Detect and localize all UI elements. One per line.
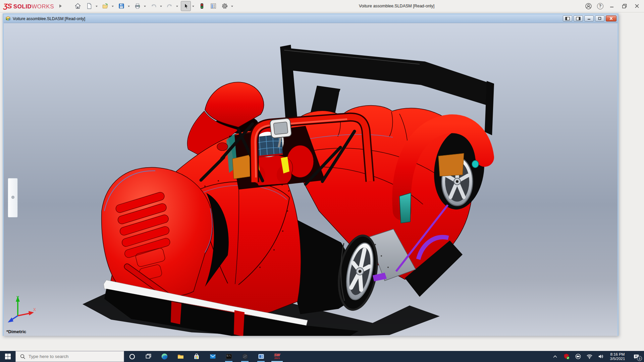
redo-icon: [166, 3, 173, 9]
view-orientation-label: *Dimetric: [6, 329, 26, 334]
display-settings-button[interactable]: [208, 1, 218, 11]
edge-icon: [161, 353, 168, 360]
command-prompt-icon: C:\: [225, 353, 232, 360]
document-titlebar[interactable]: Voiture assomblee.SLDASM [Read-only]: [4, 14, 618, 23]
gear-icon: [221, 3, 228, 9]
close-button[interactable]: [633, 2, 641, 10]
redo-button[interactable]: [165, 1, 175, 11]
doc-restore-button[interactable]: [595, 15, 604, 21]
save-icon: [118, 3, 125, 9]
restore-icon: [622, 3, 628, 9]
open-folder-icon: [102, 3, 109, 9]
clock-time: 8:16 PM: [606, 352, 629, 357]
minimize-icon: [609, 3, 615, 9]
task-view-button[interactable]: [140, 351, 156, 362]
taskbar-app-edge[interactable]: [156, 351, 172, 362]
home-button[interactable]: [73, 1, 83, 11]
search-icon: [20, 354, 26, 360]
taskbar-app-store[interactable]: [189, 351, 205, 362]
terminal-glyph: C:\: [227, 355, 231, 357]
app-window-title: Voiture assomblee.SLDASM [Read-only]: [359, 0, 434, 12]
save-dropdown[interactable]: [126, 1, 131, 11]
orientation-triad: Y X: [6, 295, 37, 327]
rebuild-traffic-light-icon: [199, 3, 205, 9]
window-app-icon: [258, 353, 265, 360]
graphics-viewport[interactable]: Y X *Dimetric: [4, 23, 618, 336]
wifi-icon: [586, 353, 593, 360]
rebuild-button[interactable]: [197, 1, 207, 11]
user-account-icon: [585, 3, 592, 10]
doc-minimize-button[interactable]: [584, 15, 594, 21]
file-explorer-icon: [177, 353, 184, 360]
options-button[interactable]: [220, 1, 230, 11]
tray-volume[interactable]: [595, 351, 606, 362]
select-arrow-icon: [182, 3, 189, 9]
show-left-pane-button[interactable]: [563, 15, 572, 21]
select-tool-dropdown[interactable]: [191, 1, 196, 11]
chevron-up-icon: [552, 354, 558, 359]
document-title: Voiture assomblee.SLDASM [Read-only]: [13, 16, 85, 21]
menu-expand-arrow-icon[interactable]: [59, 4, 63, 8]
help-button[interactable]: ?: [597, 3, 603, 9]
sw-shield-check-icon: [564, 353, 570, 360]
minimize-button[interactable]: [608, 2, 616, 10]
new-document-dropdown[interactable]: [94, 1, 99, 11]
tray-expand-button[interactable]: [549, 351, 561, 362]
meet-now-camera-icon: [575, 353, 581, 360]
axis-y-label: Y: [16, 295, 19, 300]
options-dropdown[interactable]: [230, 1, 234, 11]
taskbar-clock[interactable]: 8:16 PM 3/5/2021: [606, 352, 629, 361]
taskbar-search[interactable]: [15, 351, 124, 362]
new-document-button[interactable]: [84, 1, 94, 11]
restore-button[interactable]: [621, 2, 628, 10]
doc-minimize-icon: [587, 16, 591, 20]
taskbar-app-terminal[interactable]: C:\: [221, 351, 237, 362]
pane-left-icon: [565, 16, 570, 21]
tray-solidworks-status[interactable]: [561, 351, 572, 362]
collapsed-panel-tab[interactable]: [8, 178, 18, 218]
windows-taskbar: C:\ SW 2021: [0, 351, 644, 362]
taskbar-app-solidworks[interactable]: SW 2021: [269, 351, 285, 362]
home-icon: [74, 3, 81, 9]
panel-grip-icon: [11, 196, 14, 199]
speaker-icon: [598, 353, 604, 360]
close-icon: [634, 3, 640, 9]
mail-icon: [209, 353, 216, 360]
undo-icon: [150, 3, 157, 9]
clock-date: 3/5/2021: [606, 357, 629, 361]
redo-dropdown[interactable]: [175, 1, 179, 11]
notification-count-badge: 3: [637, 356, 642, 361]
solidworks-app-icon: SW 2021: [274, 353, 280, 360]
print-dropdown[interactable]: [143, 1, 147, 11]
cortana-button[interactable]: [124, 351, 140, 362]
start-button[interactable]: [0, 351, 15, 362]
open-button[interactable]: [100, 1, 110, 11]
show-right-pane-button[interactable]: [574, 15, 583, 21]
save-button[interactable]: [116, 1, 126, 11]
doc-close-button[interactable]: [606, 15, 616, 21]
car-model-render[interactable]: [4, 23, 618, 336]
tray-meet-now[interactable]: [572, 351, 584, 362]
tray-network[interactable]: [584, 351, 595, 362]
print-icon: [134, 3, 141, 9]
properties-list-icon: [210, 3, 217, 9]
help-glyph: ?: [599, 4, 601, 8]
hexagon-app-icon: [241, 353, 249, 360]
undo-dropdown[interactable]: [159, 1, 163, 11]
action-center-button[interactable]: 3: [629, 351, 644, 362]
pane-right-icon: [576, 16, 581, 21]
print-button[interactable]: [132, 1, 143, 11]
solidworks-logo: ƷS SOLID WORKS: [3, 2, 54, 10]
select-tool-button[interactable]: [181, 1, 191, 11]
account-button[interactable]: [585, 2, 592, 10]
taskbar-app-mail[interactable]: [205, 351, 221, 362]
taskbar-app-hexagon[interactable]: [237, 351, 253, 362]
taskbar-app-window[interactable]: [253, 351, 269, 362]
assembly-icon: [5, 16, 11, 21]
search-input[interactable]: [29, 354, 119, 359]
taskbar-app-file-explorer[interactable]: [172, 351, 189, 362]
open-dropdown[interactable]: [110, 1, 115, 11]
new-document-icon: [86, 3, 93, 9]
undo-button[interactable]: [149, 1, 159, 11]
axis-x-label: X: [33, 307, 36, 312]
